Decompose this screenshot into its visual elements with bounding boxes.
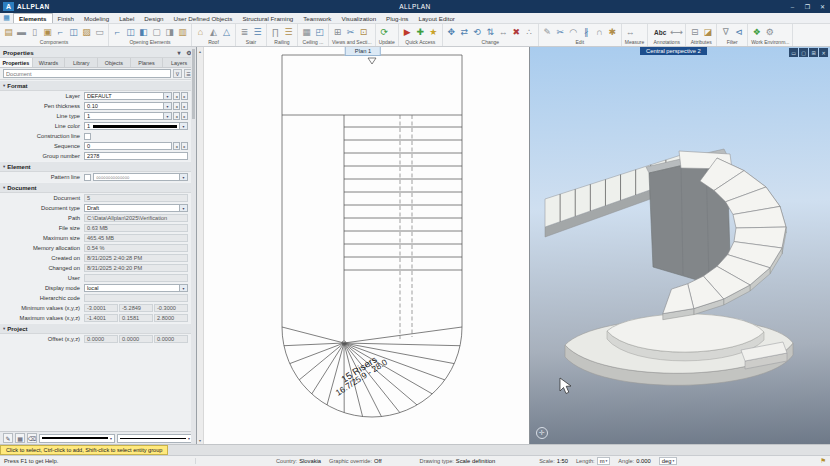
detail-icon[interactable]: ⊡ — [357, 25, 370, 39]
move-icon[interactable]: ✥ — [445, 25, 458, 39]
pane-minimize-icon[interactable]: ▭ — [789, 48, 798, 57]
property-search-input[interactable] — [3, 69, 171, 78]
recess-icon[interactable]: ▥ — [176, 25, 189, 39]
app-menu-icon[interactable]: ▦ — [0, 14, 13, 22]
panel-scroll-thumb[interactable] — [192, 49, 195, 119]
match-properties-icon[interactable]: ✎ — [3, 433, 13, 443]
perspective-view-tab[interactable]: Central perspective 2 — [640, 47, 707, 55]
play-icon[interactable]: ▶ — [401, 25, 414, 39]
section-icon[interactable]: ✂ — [344, 25, 357, 39]
status-value[interactable]: deg▾ — [659, 457, 677, 465]
text-icon[interactable]: Abc — [650, 25, 670, 39]
prev-icon[interactable]: ◂ — [173, 102, 180, 110]
railing-icon[interactable]: ∏ — [269, 25, 282, 39]
field-sequence[interactable]: 0 — [84, 142, 172, 150]
menu-item-layout-editor[interactable]: Layout Editor — [413, 13, 459, 23]
field-group-number[interactable]: 2378 — [84, 152, 188, 160]
section-header-element[interactable]: ▾Element — [0, 161, 196, 172]
pane-grid-icon[interactable]: ⊞ — [809, 48, 818, 57]
menu-item-modeling[interactable]: Modeling — [79, 13, 114, 23]
intersect-icon[interactable]: ∩ — [593, 25, 606, 39]
smart-wall-icon[interactable]: ▨ — [80, 25, 93, 39]
plan-viewport[interactable]: ▴ ▾ Plan 1 15 Risers 16.7/25.9 - 28.0 — [197, 47, 530, 444]
tab-planes[interactable]: Planes — [131, 58, 164, 67]
fillet-icon[interactable]: ◠ — [567, 25, 580, 39]
navigation-compass-icon[interactable]: ✛ — [536, 427, 548, 439]
menu-item-label[interactable]: Label — [114, 13, 139, 23]
update-3d-icon[interactable]: ⟳ — [378, 25, 391, 39]
panel-scrollbar[interactable] — [191, 47, 196, 444]
pane-close-icon[interactable]: ✕ — [819, 48, 828, 57]
field-document-type[interactable]: Draft — [84, 204, 180, 212]
filter-icon[interactable]: ∇ — [719, 25, 732, 39]
tab-wizards[interactable]: Wizards — [33, 58, 66, 67]
add-icon[interactable]: ✚ — [414, 25, 427, 39]
menu-item-design[interactable]: Design — [139, 13, 168, 23]
roofscape-icon[interactable]: ⌂ — [194, 25, 207, 39]
wall-opening-icon[interactable]: ▢ — [150, 25, 163, 39]
roof-covering-icon[interactable]: ◭ — [207, 25, 220, 39]
format-brush-icon[interactable]: ▦ — [15, 433, 25, 443]
dropdown-arrow-icon[interactable]: ▾ — [164, 92, 172, 100]
perspective-viewport[interactable]: Central perspective 2 ▭ ▢ ⊞ ✕ — [530, 47, 830, 444]
attributes-icon[interactable]: ⊟ — [688, 25, 701, 39]
favorites-icon[interactable]: ★ — [427, 25, 440, 39]
menu-item-user-defined-objects[interactable]: User Defined Objects — [169, 13, 238, 23]
plan-vertical-scrollbar[interactable]: ▴ ▾ — [197, 47, 204, 444]
dropdown-arrow-icon[interactable]: ▾ — [180, 122, 188, 130]
rotate-icon[interactable]: ⟲ — [471, 25, 484, 39]
prev-icon[interactable]: ◂ — [173, 142, 180, 150]
checkbox-construction-line[interactable] — [84, 133, 91, 140]
menu-item-elements[interactable]: Elements — [13, 13, 53, 23]
view-icon[interactable]: ⊞ — [331, 25, 344, 39]
explode-icon[interactable]: ✱ — [606, 25, 619, 39]
section-header-document[interactable]: ▾Document — [0, 182, 196, 193]
menu-item-plug-ins[interactable]: Plug-ins — [381, 13, 413, 23]
downstand-beam-icon[interactable]: ▬ — [15, 25, 28, 39]
trim-icon[interactable]: ✂ — [554, 25, 567, 39]
dimension-line-icon[interactable]: ⟷ — [670, 25, 683, 39]
tab-properties[interactable]: Properties — [0, 58, 33, 67]
stretch-icon[interactable]: ↔ — [497, 25, 510, 39]
line-preset-select[interactable]: ▾ — [117, 434, 193, 443]
notification-flag-icon[interactable]: ⚑ — [816, 457, 830, 465]
workgroup-icon[interactable]: ❖ — [750, 25, 763, 39]
window-opening-icon[interactable]: ◫ — [124, 25, 137, 39]
copy-icon[interactable]: ⇄ — [458, 25, 471, 39]
menu-item-structural-framing[interactable]: Structural Framing — [237, 13, 298, 23]
maximize-button[interactable]: ❐ — [800, 0, 815, 13]
wall-icon[interactable]: ▤ — [2, 25, 15, 39]
minimize-button[interactable]: – — [785, 0, 800, 13]
french-window-icon[interactable]: ◧ — [137, 25, 150, 39]
ceiling-opening-icon[interactable]: ◰ — [313, 25, 326, 39]
field-pattern-line[interactable]: ○○○○○○○○○○○○○○ — [93, 173, 180, 181]
plan-drawing[interactable]: 15 Risers 16.7/25.9 - 28.0 — [204, 47, 530, 444]
column-icon[interactable]: ▯ — [28, 25, 41, 39]
menu-item-visualization[interactable]: Visualization — [336, 13, 381, 23]
close-button[interactable]: ✕ — [815, 0, 830, 13]
mirror-icon[interactable]: ⇅ — [484, 25, 497, 39]
menu-item-teamwork[interactable]: Teamwork — [298, 13, 336, 23]
door-icon[interactable]: ⌐ — [54, 25, 67, 39]
field-layer[interactable]: DEFAULT — [84, 92, 164, 100]
scroll-down-icon[interactable]: ▾ — [199, 436, 201, 444]
field-display-mode[interactable]: local — [84, 284, 180, 292]
section-header-project[interactable]: ▾Project — [0, 323, 196, 334]
niche-icon[interactable]: ◨ — [163, 25, 176, 39]
slab-icon[interactable]: ▭ — [93, 25, 106, 39]
reset-format-icon[interactable]: ⌫ — [27, 433, 37, 443]
prev-icon[interactable]: ◂ — [173, 92, 180, 100]
ceiling-icon[interactable]: ▦ — [300, 25, 313, 39]
plan-view-tab[interactable]: Plan 1 — [345, 47, 381, 56]
pen-preset-select[interactable]: ▾ — [39, 434, 115, 443]
section-header-format[interactable]: ▾Format — [0, 80, 196, 91]
field-line-type[interactable]: 1 — [84, 112, 164, 120]
filter-funnel-icon[interactable]: ∇ — [173, 69, 182, 78]
door-opening-icon[interactable]: ⌐ — [111, 25, 124, 39]
menu-item-finish[interactable]: Finish — [53, 13, 80, 23]
chimney-icon[interactable]: ▣ — [41, 25, 54, 39]
pane-maximize-icon[interactable]: ▢ — [799, 48, 808, 57]
settings-icon[interactable]: ⚙ — [763, 25, 776, 39]
next-icon[interactable]: ▸ — [181, 112, 188, 120]
next-icon[interactable]: ▸ — [181, 92, 188, 100]
